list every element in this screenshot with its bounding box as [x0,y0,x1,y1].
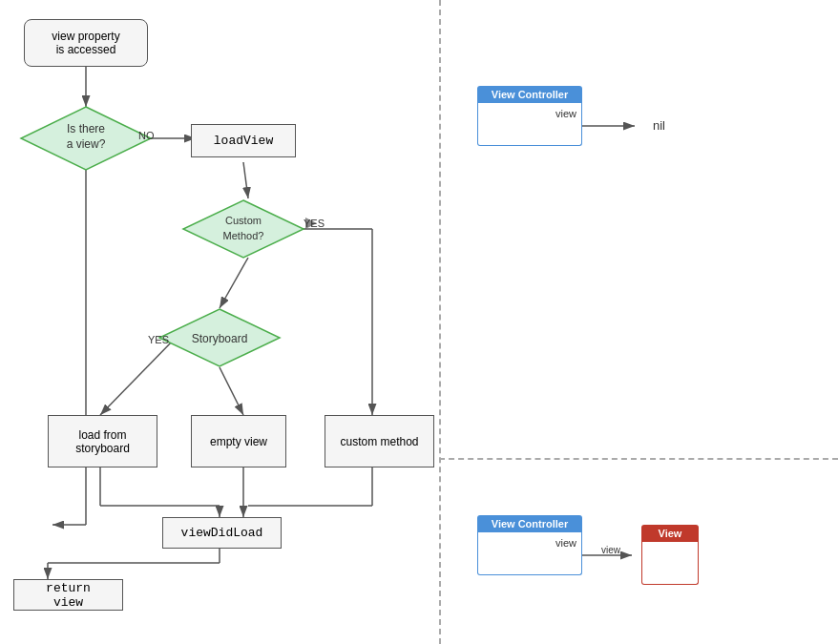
top-vc-view-label: view [555,108,576,119]
svg-text:Is there: Is there [67,122,105,135]
bottom-vc-diagram: View Controller view [477,515,582,575]
svg-text:view: view [601,546,621,555]
empty-view-box: empty view [191,415,286,467]
diamond3-svg: Storyboard [157,307,282,369]
svg-text:Custom: Custom [225,215,262,226]
svg-line-8 [220,367,243,415]
svg-text:Storyboard: Storyboard [192,332,248,345]
right-panel: View Controller view nil View Controller… [439,0,838,644]
top-vc-diagram: View Controller view [477,86,582,146]
viewdidload-box: viewDidLoad [162,517,282,549]
svg-line-3 [243,162,248,198]
start-box: view property is accessed [24,19,148,67]
load-from-storyboard-box: load from storyboard [48,415,157,467]
bottom-vc-header: View Controller [477,515,582,532]
diamond2-svg: Custom Method? [181,198,305,260]
svg-marker-25 [183,200,304,258]
bottom-vc-body: view [477,532,582,575]
view-diagram: View [641,525,699,585]
loadview-box: loadView [191,124,296,157]
view-header: View [641,525,699,542]
return-view-box: return view [13,579,123,611]
custom-method-box: custom method [325,415,434,467]
svg-text:Method?: Method? [223,230,264,241]
svg-text:a view?: a view? [67,137,106,151]
yes-label-storyboard: YES [148,334,169,345]
bottom-vc-view-label: view [555,537,576,549]
nil-label: nil [653,118,665,133]
top-arrow-svg [582,116,649,135]
bottom-arrow-svg: view [582,546,639,565]
top-vc-header: View Controller [477,86,582,103]
top-vc-body: view [477,103,582,146]
yes-label-diamond2: YES [304,218,325,229]
view-body [641,542,699,585]
diamond1-svg: Is there a view? [19,105,153,172]
no-label: NO [138,130,155,141]
svg-line-6 [220,258,248,308]
